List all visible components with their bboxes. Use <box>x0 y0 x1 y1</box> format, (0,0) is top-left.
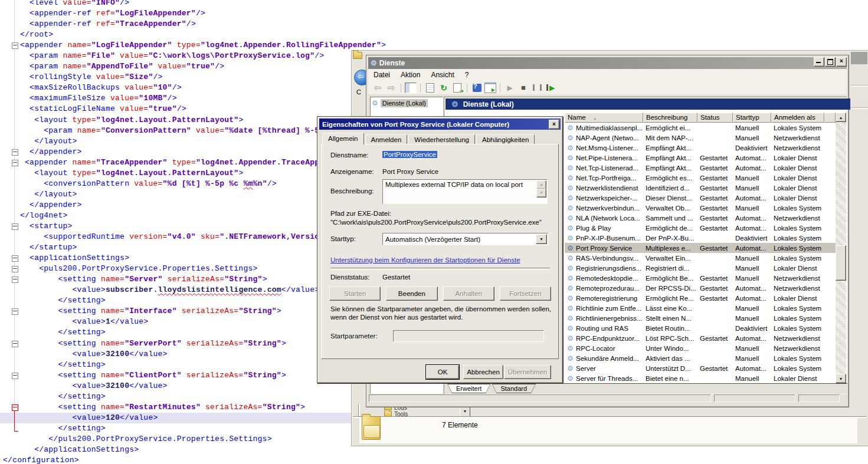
ok-button[interactable]: OK <box>426 365 459 379</box>
table-row[interactable]: ⚙RAS-Verbindungsv...Verwaltet Ein...Manu… <box>565 253 846 263</box>
column-header[interactable]: Status <box>697 113 733 123</box>
back-icon[interactable] <box>372 83 384 93</box>
fold-collapse-icon[interactable] <box>12 160 18 166</box>
fold-collapse-icon[interactable] <box>12 266 18 272</box>
table-row[interactable]: ⚙Remoteprozedurau...Der RPCSS-Di...Gesta… <box>565 283 846 293</box>
menu-item[interactable]: Aktion <box>395 70 425 80</box>
tab-allgemein[interactable]: Allgemein <box>322 133 364 145</box>
beenden-button[interactable]: Beenden <box>386 287 437 301</box>
show-console-tree-icon[interactable] <box>405 83 417 93</box>
refresh-icon[interactable] <box>438 83 450 93</box>
close-button[interactable]: × <box>836 57 847 67</box>
table-row[interactable]: ⚙Netzwerkspeicher-...Dieser Dienst...Ges… <box>565 193 846 203</box>
beschreibung-field[interactable]: Multiplexes external TCP/IP data on loca… <box>382 179 548 204</box>
column-header[interactable]: Name▲ <box>565 113 643 123</box>
fold-collapse-icon[interactable] <box>12 42 18 49</box>
table-row[interactable]: ⚙Sekundäre Anmeld...Aktiviert das ...Man… <box>565 353 846 363</box>
window-title-bar[interactable]: ⚙ Dienste <box>368 57 847 69</box>
table-row[interactable]: ⚙Port Proxy ServiceMultiplexes e...Gesta… <box>565 243 846 253</box>
view-tab-erweitert[interactable]: Erweitert <box>447 384 490 393</box>
fold-collapse-icon[interactable] <box>12 373 18 379</box>
view-tab-standard[interactable]: Standard <box>492 384 536 393</box>
help-icon[interactable] <box>473 84 482 92</box>
right-panel-divider <box>850 85 868 87</box>
table-row[interactable]: ⚙Multimediaklassenpl...Ermöglicht ei...M… <box>565 123 846 133</box>
restart-service-icon[interactable] <box>545 83 556 93</box>
starten-button[interactable]: Starten <box>329 287 381 301</box>
pause-service-icon[interactable] <box>533 84 542 91</box>
column-header[interactable] <box>824 113 836 123</box>
anhalten-button[interactable]: Anhalten <box>443 287 494 301</box>
close-icon[interactable]: × <box>549 120 559 129</box>
extended-view-icon[interactable] <box>484 83 496 93</box>
table-row[interactable]: ⚙Richtlinienergebniss...Stellt einen N..… <box>565 313 846 323</box>
status-pane <box>369 394 711 402</box>
table-header: Name▲BeschreibungStatusStarttypAnmelden … <box>565 113 846 123</box>
start-service-icon[interactable] <box>504 83 516 93</box>
minimize-button[interactable] <box>814 57 824 67</box>
table-row[interactable]: ⚙NLA (Network Loca...Sammelt und ...Gest… <box>565 213 846 223</box>
table-cell: Deaktiviert <box>733 235 771 242</box>
fold-collapse-icon[interactable] <box>12 277 18 283</box>
scroll-down-icon[interactable]: ▼ <box>536 189 546 198</box>
table-row[interactable]: ⚙Net.Tcp-Listenerad...Empfängt Akt...Ges… <box>565 163 846 173</box>
maximize-button[interactable] <box>825 57 836 67</box>
fold-collapse-icon[interactable] <box>12 223 18 230</box>
scrollbar-thumb[interactable] <box>836 245 846 281</box>
dialog-title-bar[interactable]: Eigenschaften von Port Proxy Service (Lo… <box>319 119 561 130</box>
menu-item[interactable]: Ansicht <box>425 70 459 80</box>
table-row[interactable]: ⚙PnP-X-IP-Busenum...Der PnP-X-Bu...Deakt… <box>565 233 846 243</box>
code-line: </root> <box>0 29 868 40</box>
fold-collapse-icon[interactable] <box>12 255 18 262</box>
table-cell: Manuell <box>733 375 771 382</box>
stop-service-icon[interactable] <box>517 83 529 93</box>
table-row[interactable]: ⚙Registrierungsdiens...Registriert di...… <box>565 263 846 273</box>
table-row[interactable]: ⚙NAP-Agent (Netwo...Mit dem NAP-...Manue… <box>565 133 846 143</box>
service-gear-icon: ⚙ <box>567 224 576 232</box>
table-row[interactable]: ⚙Net.Tcp-Portfreiga...Ermöglicht es...Ge… <box>565 173 846 183</box>
table-row[interactable]: ⚙ServerUnterstützt D...GestartetAutomat.… <box>565 363 846 373</box>
tree-item-dienste-lokal[interactable]: ⚙ Dienste (Lokal) <box>372 99 441 107</box>
apply-button[interactable]: Übernehmen <box>504 365 551 379</box>
table-cell: Bietet eine n... <box>643 375 697 382</box>
table-row[interactable]: ⚙Server für Threads...Bietet eine n...Ma… <box>565 373 846 383</box>
startoptions-help-link[interactable]: Unterstützung beim Konfigurieren der Sta… <box>330 256 520 264</box>
menu-item[interactable]: Datei <box>368 70 395 80</box>
scroll-down-icon[interactable]: ▼ <box>836 374 846 383</box>
fold-collapse-icon[interactable] <box>12 308 18 315</box>
starttyp-dropdown[interactable]: Automatisch (Verzögerter Start) ▼ <box>382 233 548 245</box>
dialog-tabs: AllgemeinAnmeldenWiederherstellungAbhäng… <box>322 133 536 145</box>
fold-collapse-icon[interactable] <box>12 341 18 347</box>
forward-icon[interactable] <box>385 83 397 93</box>
fold-collapse-icon[interactable] <box>12 149 18 156</box>
column-header[interactable]: Anmelden als <box>771 113 824 123</box>
fold-collapse-icon[interactable] <box>12 404 18 411</box>
scroll-up-icon[interactable]: ▲ <box>536 180 546 189</box>
table-row[interactable]: ⚙Remotedesktopdie...Ermöglicht Be...Gest… <box>565 273 846 283</box>
table-row[interactable]: ⚙Plug & PlayErmöglicht de...GestartetAut… <box>565 223 846 233</box>
sort-ascending-icon: ▲ <box>593 116 597 120</box>
table-cell: Stellt einen N... <box>643 315 697 322</box>
table-row[interactable]: ⚙NetzwerklistendienstIdentifiziert d...G… <box>565 183 846 193</box>
table-row[interactable]: ⚙RemoteregistrierungErmöglicht Re...Gest… <box>565 293 846 303</box>
chevron-down-icon[interactable]: ▼ <box>536 234 547 244</box>
scroll-up-icon[interactable]: ▲ <box>836 113 846 122</box>
table-row[interactable]: ⚙RPC-LocatorUnter Windo...ManuellNetzwer… <box>565 343 846 353</box>
column-header[interactable]: Beschreibung <box>643 113 697 123</box>
cancel-button[interactable]: Abbrechen <box>463 365 503 379</box>
table-row[interactable]: ⚙Richtlinie zum Entfe...Lässt eine Ko...… <box>565 303 846 313</box>
fortsetzen-button[interactable]: Fortsetzen <box>500 287 551 301</box>
export-list-icon[interactable] <box>453 83 461 93</box>
startparameter-input[interactable] <box>393 330 544 342</box>
table-row[interactable]: ⚙Net.Pipe-Listenera...Empfängt Akt...Ges… <box>565 153 846 163</box>
table-row[interactable]: ⚙Netzwerkverbindun...Verwaltet Ob...Gest… <box>565 203 846 213</box>
table-row[interactable]: ⚙RPC-Endpunktzuor...Löst RPC-Sch...Gesta… <box>565 333 846 343</box>
chevron-down-icon[interactable]: ▼ <box>460 407 470 417</box>
properties-icon[interactable] <box>426 83 434 93</box>
menu-item[interactable]: ? <box>460 70 474 80</box>
column-header[interactable]: Starttyp <box>733 113 771 123</box>
table-row[interactable]: ⚙Net.Msmq-Listener...Empfängt Akt...Deak… <box>565 143 846 153</box>
table-cell: Bietet Routin... <box>643 325 697 332</box>
vertical-scrollbar[interactable]: ▲ ▼ <box>836 113 846 383</box>
table-row[interactable]: ⚙Routing und RASBietet Routin...Deaktivi… <box>565 323 846 333</box>
